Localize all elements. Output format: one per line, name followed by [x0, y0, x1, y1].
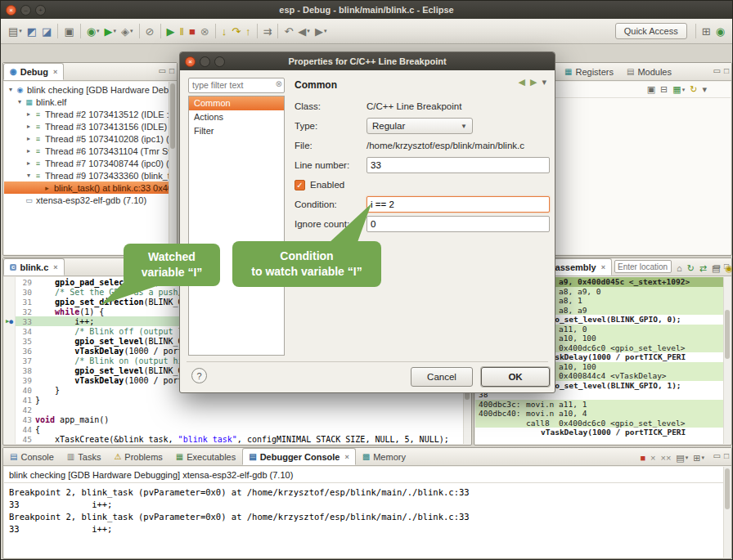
disassembly-line[interactable]: vTaskDelay(1000 / portTICK_PERI	[475, 428, 731, 437]
scrollbar[interactable]	[723, 277, 731, 444]
close-icon[interactable]: ×	[53, 68, 57, 76]
step-return-icon[interactable]: ↑	[243, 22, 254, 40]
maximize-icon[interactable]: □	[724, 262, 729, 271]
minimize-icon[interactable]: ▭	[713, 66, 721, 75]
run-icon[interactable]: ▶▾	[102, 22, 119, 40]
scrollbar[interactable]	[723, 467, 731, 558]
filter-input[interactable]	[188, 78, 285, 93]
debug-tree-item[interactable]: ▸≡Thread #6 1073431104 (Tmr Svc) (S	[4, 145, 176, 157]
build-icon[interactable]: ▣	[61, 22, 76, 40]
expand-arrow-icon[interactable]: ▸	[25, 135, 33, 142]
expand-arrow-icon[interactable]: ▸	[25, 110, 33, 118]
debug-tree-item[interactable]: ▸≡Thread #7 1073408744 (ipc0) (Susp	[4, 157, 176, 169]
condition-input[interactable]	[366, 196, 550, 213]
minimize-icon[interactable]: ▭	[713, 451, 721, 460]
quick-access-button[interactable]: Quick Access	[615, 23, 687, 39]
debug-tree-item[interactable]: ▸≡Thread #3 1073413156 (IDLE) (Susp	[4, 120, 176, 132]
step-over-icon[interactable]: ↷	[229, 22, 243, 40]
type-dropdown[interactable]: Regular ▼	[366, 118, 473, 134]
code-line[interactable]: 43void app_main()	[4, 414, 470, 424]
new-icon[interactable]: ▤▾	[6, 22, 25, 40]
debug-tree-item[interactable]: ▭xtensa-esp32-elf-gdb (7.10)	[4, 194, 176, 206]
view-menu-icon[interactable]: ▾	[699, 83, 709, 97]
line-number-input[interactable]	[366, 157, 550, 173]
forward-icon[interactable]: ▶	[530, 77, 537, 87]
open-console-icon[interactable]: ⊞▾	[690, 450, 707, 465]
disassembly-line[interactable]: 400dbc40:movi.n a10, 4	[475, 409, 731, 419]
debug-tree-item[interactable]: ▸blink_task() at blink.c:33 0x400db	[4, 181, 176, 194]
view-menu-icon[interactable]: ▾	[542, 77, 546, 87]
show-type-names-icon[interactable]: ▣	[645, 83, 658, 97]
tab-blink-c[interactable]: c blink.c ×	[3, 258, 65, 276]
open-perspective-icon[interactable]: ⊞	[699, 22, 713, 40]
remove-all-launches-icon[interactable]: ××	[658, 450, 673, 465]
tab-modules[interactable]: ▤Modules	[620, 63, 678, 80]
dialog-maximize-icon[interactable]	[214, 56, 225, 67]
minimize-icon[interactable]: ▭	[713, 262, 721, 271]
close-icon[interactable]: ×	[601, 263, 605, 271]
expand-arrow-icon[interactable]: ▸	[25, 147, 33, 155]
tab-registers[interactable]: ▦Registers	[558, 63, 620, 80]
dialog-minimize-icon[interactable]	[200, 56, 210, 67]
debug-perspective-icon[interactable]: ◉	[713, 22, 727, 40]
code-line[interactable]: 42	[4, 405, 470, 414]
close-icon[interactable]: ×	[53, 263, 57, 271]
enabled-checkbox[interactable]: ✓	[295, 180, 305, 190]
debug-tree-item[interactable]: ▸≡Thread #5 1073410208 (ipc1) (Susp	[4, 132, 176, 145]
tab-memory[interactable]: ▩Memory	[356, 448, 412, 465]
location-input[interactable]	[614, 260, 672, 273]
suspend-icon[interactable]: ‖	[178, 22, 187, 40]
debug-tree-item[interactable]: ▸≡Thread #2 1073413512 (IDLE : Runn	[4, 108, 176, 120]
ignore-count-input[interactable]	[366, 216, 550, 232]
code-line[interactable]: 44{	[4, 424, 470, 434]
display-selected-console-icon[interactable]: ▤▾	[673, 450, 690, 465]
debug-tree-item[interactable]: ▾▦blink.elf	[4, 96, 176, 108]
back-icon[interactable]: ◀	[519, 77, 525, 87]
resume-icon[interactable]: ▶	[164, 22, 178, 40]
refresh-icon[interactable]: ↻	[687, 83, 699, 97]
minimize-icon[interactable]: ▭	[159, 66, 166, 75]
dialog-close-icon[interactable]: ×	[185, 56, 196, 67]
code-line[interactable]: 41}	[4, 395, 470, 405]
maximize-icon[interactable]: □	[724, 451, 729, 460]
tab-debug[interactable]: ◉ Debug ×	[3, 63, 64, 80]
remove-launch-icon[interactable]: ×	[648, 450, 658, 465]
expand-arrow-icon[interactable]: ▸	[25, 159, 33, 167]
instruction-stepping-icon[interactable]: ⇉	[261, 22, 275, 40]
debug-tree-item[interactable]: ▾≡Thread #9 1073433360 (blink_task	[4, 169, 176, 181]
maximize-icon[interactable]: □	[169, 66, 174, 75]
window-maximize-icon[interactable]: +	[35, 5, 46, 16]
dialog-section-common[interactable]: Common	[189, 96, 284, 110]
window-minimize-icon[interactable]: –	[20, 5, 31, 16]
expand-arrow-icon[interactable]: ▾	[16, 98, 24, 105]
step-into-icon[interactable]: ↓	[219, 22, 230, 40]
tab-debugger-console[interactable]: ▤Debugger Console×	[242, 448, 356, 465]
collapse-all-icon[interactable]: ⊟	[658, 83, 670, 97]
clear-filter-icon[interactable]: ⊗	[276, 79, 282, 88]
forward-icon[interactable]: ▶▾	[313, 22, 330, 40]
external-tools-icon[interactable]: ◈▾	[119, 22, 136, 40]
expand-arrow-icon[interactable]: ▸	[25, 123, 33, 130]
close-icon[interactable]: ×	[344, 453, 349, 461]
expand-arrow-icon[interactable]: ▾	[7, 86, 15, 93]
ok-button[interactable]: OK	[481, 367, 550, 387]
disconnect-icon[interactable]: ⊗	[198, 22, 212, 40]
disassembly-line[interactable]: call8 0x400dc6c0 <gpio_set_level>	[475, 419, 731, 428]
back-icon[interactable]: ◀▾	[295, 22, 313, 40]
dialog-section-actions[interactable]: Actions	[189, 110, 284, 124]
debug-tree-item[interactable]: ▾◉blink checking [GDB Hardware Debug	[4, 83, 176, 96]
expand-arrow-icon[interactable]: ▾	[25, 172, 33, 179]
terminate-icon[interactable]: ■	[187, 22, 198, 40]
window-close-icon[interactable]: ×	[6, 5, 16, 16]
code-line[interactable]: 45 xTaskCreate(&blink_task, "blink_task"…	[4, 434, 470, 444]
dialog-section-filter[interactable]: Filter	[189, 124, 284, 138]
cancel-button[interactable]: Cancel	[411, 367, 473, 387]
tab-console[interactable]: ▤Console	[3, 448, 61, 465]
scrollbar[interactable]	[169, 82, 176, 254]
tab-tasks[interactable]: ▥Tasks	[61, 448, 108, 465]
help-button[interactable]: ?	[191, 368, 207, 383]
breakpoint-gutter[interactable]: ▶●	[4, 316, 16, 326]
disassembly-line[interactable]: 400dbc3c:movi.n a11, 1	[475, 400, 731, 410]
save-all-icon[interactable]: ◪	[39, 22, 54, 40]
sync-selection-icon[interactable]: ⇄	[697, 261, 709, 276]
